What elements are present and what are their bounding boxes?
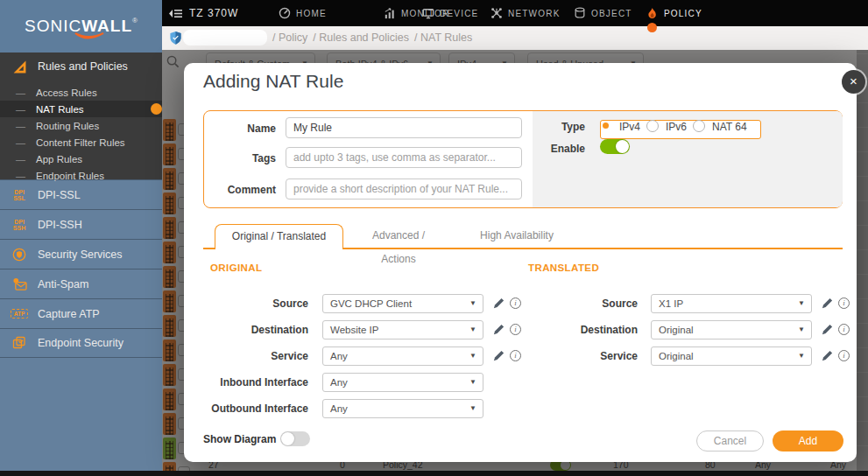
tab-high-availability[interactable]: High Availability	[477, 224, 556, 248]
dialog-title: Adding NAT Rule	[203, 71, 343, 92]
nav-object[interactable]: OBJECT	[574, 0, 632, 26]
sidebar-item-endpoint-security[interactable]: Endpoint Security	[0, 328, 162, 358]
name-label: Name	[213, 122, 276, 135]
chevron-down-icon: ▼	[469, 347, 476, 365]
translated-source-select[interactable]: X1 IP▼	[651, 294, 812, 313]
edit-pencil-icon[interactable]	[821, 349, 834, 362]
tab-advanced-actions[interactable]: Advanced / Actions	[355, 224, 442, 248]
chevron-down-icon: ▼	[798, 321, 805, 339]
sidebar-item-content-filter-rules[interactable]: —Content Filter Rules	[0, 134, 162, 150]
close-icon[interactable]: ×	[842, 70, 865, 94]
network-nodes-icon	[490, 7, 503, 19]
sidebar-item-anti-spam[interactable]: Anti-Spam	[0, 269, 162, 298]
sonicwall-logo: SONICWALL®	[0, 0, 162, 52]
info-icon[interactable]: i	[838, 298, 850, 309]
rule-identity-panel: Name Tags Comment Type IPv4 IPv6 NAT 64 …	[203, 110, 843, 208]
appliance-selector[interactable]: TZ 370W	[169, 0, 238, 26]
sidebar-item-app-rules[interactable]: —App Rules	[0, 150, 162, 167]
original-service-select[interactable]: Any▼	[322, 346, 483, 366]
info-icon[interactable]: i	[510, 298, 521, 309]
name-input[interactable]	[286, 117, 522, 138]
nav-device-label: DEVICE	[440, 9, 478, 18]
add-button[interactable]: Add	[773, 430, 843, 452]
comment-label: Comment	[213, 184, 276, 196]
logo-swoosh	[74, 32, 104, 42]
inbound-interface-select[interactable]: Any▼	[322, 373, 483, 392]
dpi-ssl-icon: DPISSL	[11, 189, 28, 201]
translated-service-select[interactable]: Original▼	[651, 346, 812, 366]
tags-label: Tags	[213, 152, 276, 164]
translated-destination-label: Destination	[533, 324, 638, 336]
dash-icon: —	[16, 121, 25, 131]
original-source-label: Source	[203, 298, 308, 310]
breadcrumb-nat-rules[interactable]: / NAT Rules	[414, 32, 472, 44]
nav-home-label: HOME	[296, 9, 327, 18]
capture-atp-icon: ATP	[11, 309, 28, 318]
cancel-button[interactable]: Cancel	[696, 430, 764, 452]
ruler-triangle-icon	[12, 60, 27, 74]
dash-icon: —	[16, 104, 25, 115]
show-diagram-label: Show Diagram	[203, 433, 276, 445]
breadcrumb-rules-and-policies[interactable]: / Rules and Policies	[313, 32, 409, 44]
tab-original-translated[interactable]: Original / Translated	[215, 224, 343, 249]
info-icon[interactable]: i	[838, 350, 850, 361]
translated-section-heading: TRANSLATED	[528, 262, 599, 273]
info-icon[interactable]: i	[510, 324, 521, 335]
nav-network-label: NETWORK	[508, 9, 561, 18]
adding-nat-rule-dialog: Adding NAT Rule × Name Tags Comment Type…	[184, 63, 857, 462]
object-cylinder-icon	[574, 7, 586, 19]
info-icon[interactable]: i	[838, 324, 850, 335]
original-source-select[interactable]: GVC DHCP Client▼	[322, 294, 483, 313]
enable-toggle[interactable]	[600, 139, 630, 154]
radio-ipv6[interactable]	[646, 120, 659, 132]
chevron-down-icon: ▼	[798, 295, 805, 312]
radio-nat64[interactable]	[693, 120, 705, 132]
sidebar-item-routing-rules[interactable]: —Routing Rules	[0, 117, 162, 134]
sidebar-group-rules-and-policies[interactable]: Rules and Policies	[0, 52, 162, 80]
sidebar: Rules and Policies —Access Rules —NAT Ru…	[0, 52, 162, 471]
original-destination-select[interactable]: Website IP▼	[322, 320, 483, 340]
chevron-down-icon: ▼	[469, 321, 476, 339]
edit-pencil-icon[interactable]	[821, 323, 834, 336]
home-gauge-icon	[279, 7, 291, 19]
edit-pencil-icon[interactable]	[821, 297, 834, 310]
anti-spam-mail-icon	[12, 277, 27, 290]
sidebar-item-security-services[interactable]: Security Services	[0, 239, 162, 269]
nav-network[interactable]: NETWORK	[490, 0, 561, 26]
breadcrumb-policy[interactable]: / Policy	[272, 32, 307, 44]
comment-input[interactable]	[286, 178, 522, 200]
dash-icon: —	[16, 137, 25, 148]
sidebar-item-capture-atp[interactable]: ATP Capture ATP	[0, 298, 162, 328]
type-label: Type	[546, 121, 585, 133]
tags-input[interactable]	[286, 147, 522, 168]
device-screen-icon	[422, 8, 434, 19]
info-icon[interactable]: i	[510, 350, 521, 361]
original-destination-label: Destination	[203, 324, 308, 336]
active-page-indicator-dot	[151, 103, 162, 115]
appliance-name: TZ 370W	[189, 7, 238, 19]
edit-pencil-icon[interactable]	[492, 323, 505, 336]
bottom-bar	[0, 471, 868, 476]
outbound-interface-select[interactable]: Any▼	[322, 399, 483, 418]
monitor-chart-icon	[384, 8, 396, 19]
redacted-device-name	[183, 30, 267, 46]
edit-pencil-icon[interactable]	[492, 297, 505, 310]
nav-home[interactable]: HOME	[279, 0, 327, 26]
sidebar-item-access-rules[interactable]: —Access Rules	[0, 84, 162, 101]
firewall-shield-icon	[169, 31, 182, 46]
show-diagram-toggle[interactable]	[280, 431, 310, 446]
security-shield-icon	[12, 248, 26, 262]
sidebar-item-nat-rules[interactable]: —NAT Rules	[0, 101, 162, 117]
nav-device[interactable]: DEVICE	[422, 0, 478, 26]
edit-pencil-icon[interactable]	[492, 349, 505, 362]
radio-ipv4-label: IPv4	[619, 121, 640, 133]
sidebar-item-dpi-ssl[interactable]: DPISSL DPI-SSL	[0, 179, 162, 209]
collapse-menu-icon[interactable]	[169, 9, 182, 18]
chevron-down-icon: ▼	[469, 400, 476, 417]
dash-icon: —	[16, 88, 25, 98]
outbound-interface-label: Outbound Interface	[203, 402, 308, 415]
original-section-heading: ORIGINAL	[210, 262, 262, 273]
chevron-down-icon: ▼	[469, 374, 476, 391]
sidebar-item-dpi-ssh[interactable]: DPISSH DPI-SSH	[0, 209, 162, 239]
translated-destination-select[interactable]: Original▼	[651, 320, 812, 340]
